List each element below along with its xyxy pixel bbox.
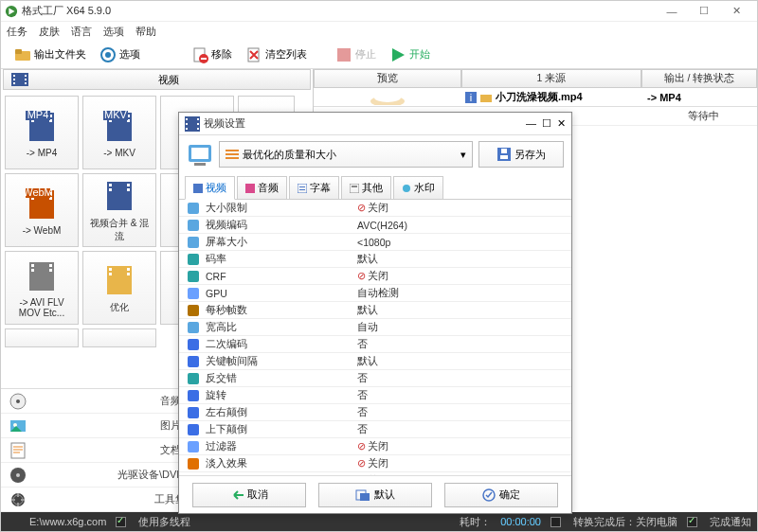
cancel-button[interactable]: 取消	[192, 483, 306, 507]
setting-key: 屏幕大小	[206, 236, 357, 249]
menu-3[interactable]: 选项	[103, 25, 124, 39]
open-folder-icon[interactable]	[480, 92, 492, 103]
col-preview[interactable]: 预览	[314, 69, 461, 88]
format-card-3[interactable]: 视频合并 & 混流	[82, 173, 156, 247]
tab-label: 其他	[362, 181, 383, 195]
setting-key: 每秒帧数	[206, 304, 357, 317]
minimize-button[interactable]: —	[662, 4, 681, 19]
stop-button[interactable]: 停止	[332, 44, 380, 65]
output-folder-button[interactable]: 输出文件夹	[10, 44, 90, 65]
dialog-minimize-button[interactable]: —	[526, 117, 536, 130]
tab-3[interactable]: 其他	[341, 176, 391, 199]
category-icon	[9, 417, 27, 435]
tab-0[interactable]: 视频	[185, 176, 235, 200]
setting-row[interactable]: 每秒帧数默认	[179, 302, 571, 319]
dialog-title: 视频设置	[204, 116, 526, 131]
folder-icon[interactable]	[7, 515, 20, 528]
clear-icon	[245, 46, 262, 63]
multithread-checkbox[interactable]	[116, 517, 126, 527]
ok-button[interactable]: 确定	[444, 483, 558, 507]
dialog-close-button[interactable]: ✕	[557, 117, 566, 130]
toolbar: 输出文件夹 选项 移除 清空列表 停止 开始	[1, 41, 757, 69]
setting-row[interactable]: 旋转否	[179, 387, 571, 404]
tab-4[interactable]: 水印	[393, 176, 443, 199]
format-card-stub[interactable]	[5, 328, 79, 347]
dialog-maximize-button[interactable]: ☐	[542, 117, 551, 130]
col-output[interactable]: 输出 / 转换状态	[641, 69, 757, 88]
setting-row[interactable]: 码率默认	[179, 251, 571, 268]
setting-key: CRF	[206, 271, 357, 282]
setting-row[interactable]: 过滤器⊘关闭	[179, 438, 571, 455]
play-icon	[389, 46, 406, 63]
default-icon	[355, 488, 370, 502]
format-card-2[interactable]: WebM-> WebM	[5, 173, 79, 247]
setting-row[interactable]: GPU自动检测	[179, 285, 571, 302]
menu-2[interactable]: 语言	[71, 25, 92, 39]
svg-point-59	[13, 423, 17, 427]
setting-row[interactable]: 淡入效果⊘关闭	[179, 455, 571, 472]
info-icon[interactable]: i	[465, 92, 477, 103]
setting-row[interactable]: 关键帧间隔默认	[179, 353, 571, 370]
options-button[interactable]: 选项	[96, 44, 144, 65]
tab-2[interactable]: 字幕	[289, 176, 339, 199]
preview-thumb	[314, 90, 461, 105]
maximize-button[interactable]: ☐	[695, 4, 713, 19]
dialog-tabs: 视频音频字幕其他水印	[179, 173, 571, 200]
svg-rect-81	[197, 128, 199, 130]
clear-list-button[interactable]: 清空列表	[242, 44, 311, 65]
svg-rect-89	[500, 155, 508, 159]
format-card-stub[interactable]	[82, 328, 156, 347]
svg-rect-85	[226, 150, 239, 151]
svg-point-4	[105, 52, 111, 58]
notify-checkbox[interactable]	[687, 517, 697, 527]
setting-row[interactable]: 左右颠倒否	[179, 404, 571, 421]
svg-rect-51	[109, 268, 112, 271]
setting-icon	[187, 254, 200, 265]
video-category-header[interactable]: 视频	[3, 69, 311, 90]
setting-row[interactable]: 大小限制⊘关闭	[179, 200, 571, 217]
setting-icon	[187, 271, 200, 282]
task-status: 等待中	[688, 109, 719, 123]
preset-select[interactable]: 最优化的质量和大小 ▾	[219, 141, 473, 168]
dialog-titlebar[interactable]: 视频设置 — ☐ ✕	[179, 113, 571, 135]
remove-button[interactable]: 移除	[188, 44, 236, 65]
setting-row[interactable]: 屏幕大小<1080p	[179, 234, 571, 251]
svg-rect-42	[127, 184, 130, 186]
format-card-4[interactable]: -> AVI FLV MOV Etc...	[5, 251, 79, 325]
tab-label: 视频	[206, 181, 226, 195]
svg-rect-106	[188, 322, 199, 333]
menu-4[interactable]: 帮助	[135, 25, 156, 39]
setting-row[interactable]: CRF⊘关闭	[179, 268, 571, 285]
svg-text:MP4: MP4	[27, 109, 49, 120]
svg-point-57	[16, 399, 20, 403]
setting-row[interactable]: 宽高比自动	[179, 319, 571, 336]
close-button[interactable]: ✕	[727, 4, 746, 19]
save-as-button[interactable]: 另存为	[478, 141, 564, 168]
tab-1[interactable]: 音频	[237, 176, 287, 199]
default-button[interactable]: 默认	[318, 483, 432, 507]
setting-row[interactable]: 视频编码AVC(H264)	[179, 217, 571, 234]
format-card-1[interactable]: MKV-> MKV	[82, 96, 156, 169]
default-label: 默认	[374, 488, 395, 502]
svg-rect-73	[480, 95, 492, 102]
shutdown-checkbox[interactable]	[550, 517, 561, 527]
setting-key: GPU	[206, 288, 357, 299]
col-source[interactable]: 1 来源	[461, 69, 641, 88]
svg-rect-54	[127, 273, 130, 275]
setting-row[interactable]: 反交错否	[179, 370, 571, 387]
tab-icon	[193, 184, 203, 193]
task-row[interactable]: i 小刀洗澡视频.mp4 -> MP4	[314, 88, 757, 107]
setting-row[interactable]: 二次编码否	[179, 336, 571, 353]
menu-0[interactable]: 任务	[7, 25, 27, 39]
menu-1[interactable]: 皮肤	[39, 25, 60, 39]
setting-value: 默认	[357, 253, 564, 266]
output-path[interactable]: E:\www.x6g.com	[29, 516, 106, 527]
clear-list-label: 清空列表	[265, 47, 307, 62]
format-card-5[interactable]: 优化	[82, 251, 156, 325]
setting-row[interactable]: 上下颠倒否	[179, 421, 571, 438]
cancel-label: 取消	[247, 488, 268, 502]
setting-key: 大小限制	[206, 202, 357, 215]
menubar: 任务皮肤语言选项帮助	[1, 22, 757, 41]
start-button[interactable]: 开始	[386, 44, 434, 65]
format-card-0[interactable]: MP4-> MP4	[5, 96, 79, 169]
